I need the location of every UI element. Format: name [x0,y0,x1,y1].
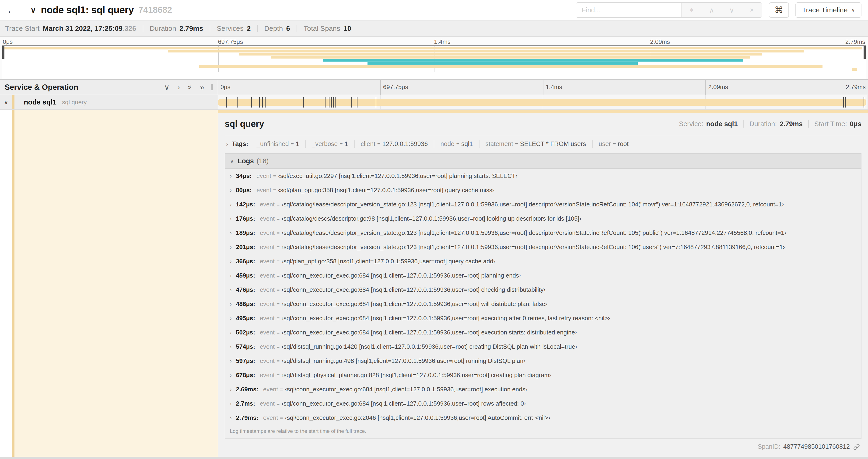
log-field-key: event [260,229,275,236]
collapse-all-icon[interactable]: » [186,85,194,89]
chevron-right-icon: › [230,400,232,407]
log-entry-row[interactable]: ›459μs:event=‹sql/conn_executor_exec.go:… [225,268,861,283]
log-timestamp: 597μs: [236,357,255,365]
log-entry-row[interactable]: ›2.69ms:event=‹sql/conn_executor_exec.go… [225,382,861,396]
log-entry-row[interactable]: ›597μs:event=‹sql/distsql_running.go:498… [225,354,861,368]
find-addon: ⌖ ∧ ∨ × [681,3,762,17]
log-entry-row[interactable]: ›2.7ms:event=‹sql/conn_executor_exec.go:… [225,396,861,411]
log-entry-row[interactable]: ›495μs:event=‹sql/conn_executor_exec.go:… [225,311,861,325]
log-entry-row[interactable]: ›502μs:event=‹sql/conn_executor_exec.go:… [225,325,861,339]
tags-row[interactable]: › Tags: _unfinished=1_verbose=1client=12… [225,135,862,152]
chevron-right-icon: › [230,258,232,265]
log-timestamp: 459μs: [236,272,255,279]
chevron-right-icon: › [230,315,232,322]
span-duration-bar[interactable] [218,99,866,106]
overview-label: Start Time: [814,120,847,128]
log-marker-tick [251,97,252,107]
tag-item[interactable]: _verbose=1 [306,140,355,147]
span-detail-area: sql query Service: node sql1 Duration: 2… [0,110,868,457]
tags-list: _unfinished=1_verbose=1client=127.0.0.1:… [251,140,635,147]
trace-id: 7418682 [138,5,172,15]
log-marker-tick [262,97,263,107]
clear-find-icon[interactable]: × [742,6,762,14]
collapse-one-icon[interactable]: ∨ [164,83,169,92]
chevron-down-icon[interactable]: ∨ [0,99,12,106]
log-marker-tick [259,97,260,107]
log-field-key: event [260,315,275,322]
log-marker-tick [237,97,238,107]
log-entry-row[interactable]: ›34μs:event=‹sql/exec_util.go:2297 [nsql… [225,169,861,183]
chevron-right-icon: › [230,372,232,379]
span-name-cell[interactable]: ∨ node sql1 sql query [0,95,218,110]
tag-item[interactable]: node=sql1 [434,140,479,147]
expand-collapse-controls: ∨ › » » [164,83,204,92]
divider [257,25,257,32]
tags-label: Tags: [232,140,248,147]
expand-all-icon[interactable]: » [200,83,204,92]
log-entry-row[interactable]: ›142μs:event=‹sql/catalog/lease/descript… [225,197,861,211]
log-timestamp: 2.79ms: [236,414,258,421]
log-entry-row[interactable]: ›2.79ms:event=‹sql/conn_executor_exec.go… [225,411,861,425]
span-overview: Service: node sql1 Duration: 2.79ms Star… [679,120,862,128]
tag-item[interactable]: _unfinished=1 [251,140,306,147]
meta-trace-start: Trace Start March 31 2022, 17:25:09.326 [5,25,136,32]
ruler-cell: 1.4ms [544,80,706,95]
span-bar-cell[interactable] [218,95,868,110]
log-entry-row[interactable]: ›176μs:event=‹sql/catalog/descs/descript… [225,211,861,226]
minimap-canvas[interactable] [2,45,866,72]
selected-span-highlight [14,110,218,457]
log-timestamp: 2.69ms: [236,386,258,393]
log-timestamp: 142μs: [236,201,255,208]
divider [297,25,297,32]
log-marker-tick [335,97,336,107]
log-timestamp: 574μs: [236,343,255,350]
overview-label: Service: [679,120,704,128]
command-icon: ⌘ [774,5,783,15]
ruler-cell: 697.75μs [381,80,544,95]
bottom-edge [0,457,868,459]
log-timestamp: 678μs: [236,371,255,379]
log-field-key: event [260,215,275,222]
keyboard-shortcuts-button[interactable]: ⌘ [769,2,789,18]
divider [808,120,809,128]
log-marker-tick [351,97,352,107]
log-entry-row[interactable]: ›486μs:event=‹sql/conn_executor_exec.go:… [225,297,861,311]
log-field-value: ‹sql/catalog/lease/descriptor_version_st… [281,229,786,236]
meta-value: 6 [286,25,290,32]
log-field-value: ‹sql/catalog/descs/descriptor.go:98 [nsq… [281,215,581,222]
log-entry-row[interactable]: ›201μs:event=‹sql/catalog/lease/descript… [225,240,861,254]
tag-item[interactable]: client=127.0.0.1:59936 [355,140,434,147]
span-id-value: 4877749850101760812 [783,443,850,450]
locate-icon[interactable]: ⌖ [682,6,702,14]
prev-match-icon[interactable]: ∧ [702,6,722,14]
span-service-name: node sql1 [24,98,57,106]
log-entry-row[interactable]: ›366μs:event=‹sql/plan_opt.go:358 [nsql1… [225,254,861,268]
log-entry-row[interactable]: ›80μs:event=‹sql/plan_opt.go:358 [nsql1,… [225,183,861,197]
log-field-key: event [260,258,275,265]
log-entry-row[interactable]: ›678μs:event=‹sql/distsql_physical_plann… [225,368,861,382]
tag-item[interactable]: statement=SELECT * FROM users [479,140,593,147]
next-match-icon[interactable]: ∨ [722,6,742,14]
trace-timeline-dropdown[interactable]: Trace Timeline ∨ [796,2,862,18]
tag-item[interactable]: user=root [593,140,635,147]
log-field-key: event [263,414,278,421]
expand-one-icon[interactable]: › [178,83,180,92]
log-field-value: ‹sql/exec_util.go:2297 [nsql1,client=127… [278,172,518,179]
log-entry-row[interactable]: ›476μs:event=‹sql/conn_executor_exec.go:… [225,283,861,297]
trace-title-group[interactable]: ∨ node sql1: sql query 7418682 [23,4,172,15]
timeline-ruler: 0μs 697.75μs 1.4ms 2.09ms 2.79ms [218,80,868,95]
log-field-key: event [260,201,275,208]
logs-header[interactable]: ∨ Logs (18) [225,154,861,169]
column-resizer[interactable] [211,84,213,90]
log-entry-row[interactable]: ›574μs:event=‹sql/distsql_running.go:142… [225,339,861,354]
link-icon[interactable] [853,444,860,450]
span-accent-bar [218,110,868,113]
back-button[interactable]: ← [0,0,23,20]
log-entry-row[interactable]: ›189μs:event=‹sql/catalog/lease/descript… [225,226,861,240]
minimap-scrubber-left[interactable] [2,46,4,59]
minimap-scrubber-right[interactable] [864,46,866,59]
find-input[interactable] [576,3,681,17]
chevron-right-icon: › [230,201,232,208]
chevron-right-icon: › [226,140,228,147]
minimap-span-bar [852,68,857,71]
